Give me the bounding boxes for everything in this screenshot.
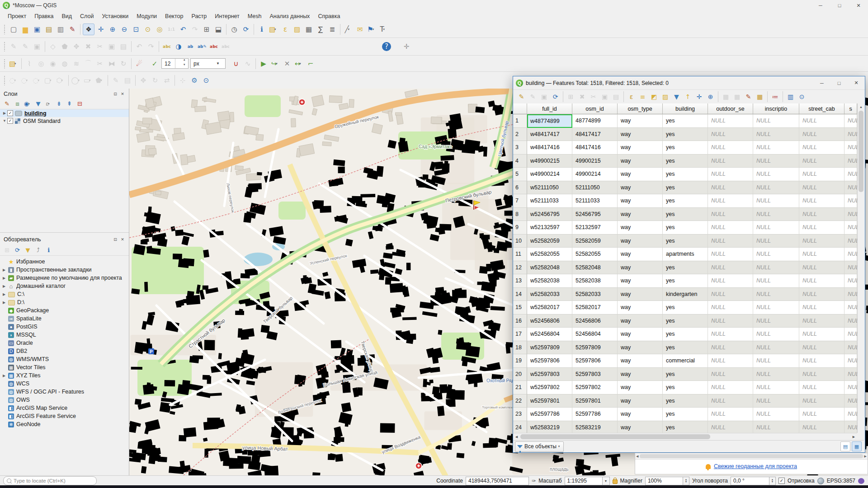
- zoom-in-icon[interactable]: ⊕: [107, 24, 118, 35]
- table-cell[interactable]: NULL: [708, 221, 753, 235]
- attr-minimize-button[interactable]: ─: [813, 76, 830, 89]
- table-cell[interactable]: 52583219: [572, 421, 618, 433]
- table-cell[interactable]: NULL: [753, 421, 799, 433]
- shape-circle-icon[interactable]: ◯▾: [71, 75, 82, 86]
- browser-item-project-home-2[interactable]: ▶▰Размещение по умолчанию для проекта: [0, 274, 129, 282]
- menu-2[interactable]: Вид: [57, 12, 76, 20]
- scale-value[interactable]: 1:19295: [565, 477, 603, 485]
- table-cell[interactable]: NULL: [708, 301, 753, 314]
- expand-arrow-icon[interactable]: ▼: [2, 119, 7, 123]
- table-cell[interactable]: NULL: [799, 314, 844, 328]
- split-features-icon[interactable]: ✂: [94, 58, 105, 69]
- browser-item-geopackage-6[interactable]: ◆GeoPackage: [0, 306, 129, 314]
- pan-to-selection-icon[interactable]: ✛: [694, 92, 704, 102]
- table-cell[interactable]: w52583219: [527, 421, 572, 433]
- menu-0[interactable]: Проект: [4, 12, 30, 20]
- deselect-all-icon[interactable]: ▨: [292, 24, 302, 35]
- table-cell[interactable]: yes: [663, 155, 708, 168]
- table-cell[interactable]: NULL: [844, 208, 857, 221]
- browser-item-tiles-dark-13[interactable]: ▦Vector Tiles: [0, 363, 129, 371]
- add-polygon-feature-icon[interactable]: ⬟: [59, 41, 70, 52]
- layer-diagram-icon[interactable]: ◑: [173, 41, 184, 52]
- feature-filter-button[interactable]: Все объекты ▾: [515, 441, 564, 452]
- filter-select-form-icon[interactable]: ▼: [671, 92, 682, 102]
- table-cell[interactable]: 48774899: [572, 114, 618, 128]
- table-cell[interactable]: w52456795: [527, 208, 572, 221]
- toolbar-handle[interactable]: [4, 75, 6, 85]
- table-cell[interactable]: w52597802: [527, 381, 572, 394]
- table-cell[interactable]: NULL: [753, 168, 799, 181]
- table-cell[interactable]: NULL: [799, 394, 844, 408]
- new-print-layout-icon[interactable]: ▤: [43, 24, 54, 35]
- cut-features-icon[interactable]: ✂: [94, 41, 105, 52]
- table-cell[interactable]: w52597806: [527, 354, 572, 368]
- close-button[interactable]: ✕: [849, 0, 868, 11]
- table-cell[interactable]: NULL: [799, 408, 844, 421]
- cad-circle-3points-icon[interactable]: ◌▾: [20, 75, 31, 86]
- table-cell[interactable]: yes: [663, 381, 708, 394]
- open-project-icon[interactable]: ▆: [20, 24, 31, 35]
- table-cell[interactable]: NULL: [799, 155, 844, 168]
- zoom-last-icon[interactable]: ↶: [178, 24, 189, 35]
- table-cell[interactable]: NULL: [708, 394, 753, 408]
- toggle-editing-icon[interactable]: ✎: [20, 41, 31, 52]
- layer-item-osm-standard[interactable]: ▼✓OSM Standard: [0, 117, 129, 125]
- new-map-view-icon[interactable]: ⊞: [201, 24, 212, 35]
- move-feature-copy-icon[interactable]: ✥: [138, 75, 149, 86]
- table-cell[interactable]: NULL: [799, 381, 844, 394]
- table-cell[interactable]: yes: [663, 368, 708, 381]
- delete-selected-icon[interactable]: ✖: [83, 41, 94, 52]
- offset-point-symbols-icon[interactable]: ⇄: [161, 75, 172, 86]
- browser-item-globe-15[interactable]: ◍WCS: [0, 380, 129, 388]
- table-cell[interactable]: apartments: [663, 248, 708, 261]
- table-cell[interactable]: NULL: [844, 354, 857, 368]
- menu-11[interactable]: Справка: [314, 12, 344, 20]
- browser-item-globe-12[interactable]: ◍WMS/WMTS: [0, 355, 129, 363]
- pin-labels-icon[interactable]: ab✎: [197, 41, 208, 52]
- expand-arrow-icon[interactable]: ▶: [2, 111, 7, 115]
- rotation-value[interactable]: 0,0 °: [731, 477, 769, 485]
- reload-table-icon[interactable]: ⟳: [550, 92, 561, 102]
- fresh-geodata-link[interactable]: Свежие геоданные для проекта: [714, 463, 797, 469]
- table-cell[interactable]: NULL: [799, 261, 844, 275]
- table-cell[interactable]: 52456804: [572, 328, 618, 341]
- statistics-summary-icon[interactable]: ≣: [327, 24, 338, 35]
- table-cell[interactable]: NULL: [844, 314, 857, 328]
- table-cell[interactable]: 52582059: [572, 235, 618, 248]
- locate-search-input[interactable]: Type to locate (Ctrl+K): [3, 476, 97, 485]
- table-cell[interactable]: yes: [663, 274, 708, 288]
- table-cell[interactable]: way: [618, 421, 663, 433]
- toolbar-handle[interactable]: [4, 59, 6, 69]
- snapping-toggle-icon[interactable]: ∪: [231, 58, 241, 69]
- table-cell[interactable]: NULL: [799, 288, 844, 301]
- table-cell[interactable]: NULL: [799, 194, 844, 208]
- toolbar-handle[interactable]: [4, 24, 6, 34]
- table-cell[interactable]: NULL: [753, 328, 799, 341]
- undo-icon[interactable]: ↶: [134, 41, 145, 52]
- identify-features-icon[interactable]: ℹ: [256, 24, 267, 35]
- table-cell[interactable]: NULL: [753, 128, 799, 141]
- dock-attribute-table-icon[interactable]: ▥: [785, 92, 796, 102]
- paste-features-icon[interactable]: ▤: [118, 41, 129, 52]
- expand-all-icon[interactable]: ⇟: [54, 99, 64, 108]
- filter-by-expression-icon[interactable]: ε▾: [44, 99, 53, 108]
- vertex-tool-icon[interactable]: ✥: [71, 41, 82, 52]
- table-cell[interactable]: NULL: [753, 314, 799, 328]
- add-part-icon[interactable]: ◉: [47, 58, 58, 69]
- cad-ellipse-icon[interactable]: ◌▾: [32, 75, 42, 86]
- table-cell[interactable]: w49900214: [527, 168, 572, 181]
- table-cell[interactable]: way: [618, 208, 663, 221]
- table-cell[interactable]: NULL: [708, 141, 753, 155]
- table-cell[interactable]: 20: [513, 368, 527, 381]
- table-cell[interactable]: yes: [663, 341, 708, 355]
- table-cell[interactable]: NULL: [753, 141, 799, 155]
- table-cell[interactable]: way: [618, 235, 663, 248]
- browser-panel-float-icon[interactable]: ⊡: [113, 237, 118, 242]
- table-cell[interactable]: way: [618, 341, 663, 355]
- offset-curve-icon[interactable]: ≋: [71, 58, 82, 69]
- column-header-outdoor_se[interactable]: outdoor_se: [708, 103, 753, 114]
- current-edits-icon[interactable]: ✎: [8, 41, 19, 52]
- table-cell[interactable]: 1: [513, 114, 527, 128]
- tracing-icon[interactable]: ∿: [242, 58, 253, 69]
- table-cell[interactable]: 14: [513, 288, 527, 301]
